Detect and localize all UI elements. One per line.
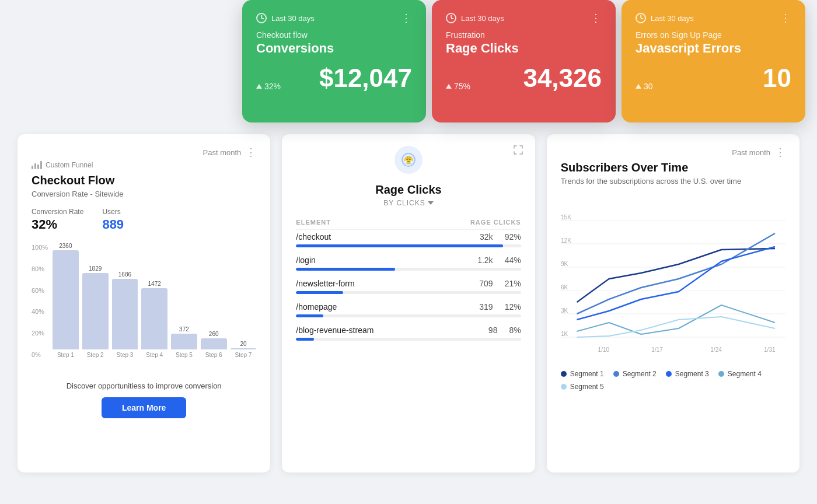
- legend-dot: [666, 371, 672, 377]
- rage-count: 98: [488, 326, 498, 335]
- panel-header: Past month ⋮: [32, 146, 256, 159]
- rage-pct: 21%: [505, 279, 521, 288]
- card-change: 32%: [256, 82, 281, 91]
- subscribers-title: Subscribers Over Time: [561, 161, 785, 174]
- rage-row: /login 1.2k 44%: [296, 256, 521, 271]
- clock-icon: [636, 13, 646, 23]
- card-header-left: Last 30 days: [446, 13, 504, 23]
- bar: [53, 250, 79, 349]
- card-header: Last 30 days ⋮: [446, 12, 602, 24]
- svg-text:3K: 3K: [561, 307, 568, 314]
- rage-count: 319: [479, 302, 493, 312]
- rage-count: 1.2k: [477, 256, 493, 265]
- users-metric: Users 889: [102, 208, 124, 232]
- rage-bar-track: [296, 268, 521, 271]
- card-change-value: 30: [644, 82, 653, 91]
- rage-icon-circle: 😤: [394, 146, 423, 174]
- checkout-panel-title: Checkout Flow: [32, 174, 256, 187]
- bar-group: 20Step 7: [231, 341, 257, 358]
- rage-panel-title: Rage Clicks: [296, 183, 521, 197]
- card-title: Javascript Errors: [636, 41, 791, 56]
- rage-count: 32k: [480, 232, 493, 242]
- card-value-row: 75% 34,326: [446, 65, 602, 91]
- rage-bar-fill: [296, 338, 314, 341]
- legend-label: Segment 4: [728, 370, 762, 378]
- card-title: Rage Clicks: [446, 41, 602, 56]
- by-clicks-filter[interactable]: BY CLICKS: [296, 199, 521, 207]
- bar-value-label: 1686: [118, 271, 131, 278]
- chart-legend: Segment 1 Segment 2 Segment 3 Segment 4 …: [561, 370, 785, 391]
- legend-item: Segment 4: [718, 370, 762, 378]
- more-options-icon[interactable]: ⋮: [591, 12, 602, 24]
- rage-clicks-panel: 😤 Rage Clicks BY CLICKS ELEMENT RAGE CLI…: [282, 134, 535, 473]
- conversion-rate-metric: Conversion Rate 32%: [32, 208, 83, 232]
- bar-group: 260Step 6: [201, 331, 227, 358]
- checkout-metrics-row: Conversion Rate 32% Users 889: [32, 208, 256, 232]
- users-label: Users: [102, 208, 124, 216]
- rage-right: 709 21%: [479, 279, 521, 288]
- card-change: 75%: [446, 82, 470, 91]
- rage-element-path: /checkout: [296, 232, 331, 242]
- panel-more-icon[interactable]: ⋮: [246, 146, 256, 159]
- svg-text:15K: 15K: [561, 214, 571, 221]
- rage-clicks-card: Last 30 days ⋮ Frustration Rage Clicks 7…: [432, 0, 616, 123]
- legend-dot: [561, 384, 567, 390]
- bar: [231, 348, 257, 349]
- legend-label: Segment 2: [623, 370, 657, 378]
- rage-bar-fill: [296, 314, 323, 317]
- rage-bar-track: [296, 338, 521, 341]
- more-options-icon[interactable]: ⋮: [780, 12, 791, 24]
- more-options-icon[interactable]: ⋮: [401, 12, 412, 24]
- bar-value-label: 1472: [148, 281, 161, 287]
- card-big-value: $12,047: [319, 65, 412, 91]
- legend-label: Segment 5: [570, 383, 604, 391]
- bar: [171, 334, 197, 349]
- legend-dot: [613, 371, 619, 377]
- rage-bar-track: [296, 314, 521, 317]
- arrow-up-icon: [446, 84, 452, 89]
- panel-icon-row: Custom Funnel: [32, 161, 256, 169]
- rage-row: /blog-revenue-stream 98 8%: [296, 326, 521, 341]
- bar-x-label: Step 7: [235, 352, 252, 358]
- checkout-panel-subtitle: Conversion Rate - Sitewide: [32, 190, 256, 198]
- card-big-value: 34,326: [523, 65, 602, 91]
- card-header-left: Last 30 days: [256, 13, 315, 23]
- cursor-icon: 😤: [401, 152, 416, 167]
- bar: [141, 288, 167, 349]
- legend-item: Segment 5: [561, 383, 604, 391]
- rage-pct: 8%: [509, 326, 521, 335]
- by-clicks-label: BY CLICKS: [383, 199, 425, 207]
- bar-value-label: 372: [179, 326, 189, 332]
- rage-pct: 12%: [505, 302, 521, 312]
- legend-label: Segment 1: [570, 370, 604, 378]
- bottom-panel-cards: Past month ⋮ Custom Funnel Checkout Flow…: [18, 134, 799, 473]
- fullscreen-icon[interactable]: [513, 145, 523, 155]
- learn-more-button[interactable]: Learn More: [102, 397, 186, 418]
- bar: [82, 273, 109, 349]
- funnel-bar-chart: 100% 80% 60% 40% 20% 0% 2360Step 11829St…: [32, 244, 256, 372]
- bar-x-label: Step 6: [205, 352, 222, 358]
- card-subtitle: Checkout flow: [256, 30, 412, 40]
- panel-more-icon[interactable]: ⋮: [775, 146, 785, 159]
- svg-text:😤: 😤: [404, 155, 414, 165]
- rage-row-data: /newsletter-form 709 21%: [296, 279, 521, 288]
- rage-bar-track: [296, 244, 521, 247]
- bar-group: 372Step 5: [171, 326, 197, 358]
- rage-bar-fill: [296, 268, 395, 271]
- rage-row: /homepage 319 12%: [296, 302, 521, 317]
- legend-item: Segment 2: [613, 370, 657, 378]
- card-header: Last 30 days ⋮: [636, 12, 791, 24]
- users-value: 889: [102, 217, 124, 232]
- panel-tag: Custom Funnel: [46, 161, 93, 169]
- clock-icon: [446, 13, 456, 23]
- bar-group: 1829Step 2: [82, 265, 109, 358]
- svg-text:1/24: 1/24: [710, 346, 722, 354]
- svg-text:1K: 1K: [561, 330, 568, 338]
- bar-value-label: 1829: [89, 265, 102, 272]
- clicks-col-header: RAGE CLICKS: [470, 219, 521, 226]
- svg-text:1/31: 1/31: [764, 346, 776, 354]
- card-change-value: 32%: [264, 82, 281, 91]
- rage-icon-area: 😤: [296, 146, 521, 177]
- bar-x-label: Step 5: [176, 352, 193, 358]
- bar-value-label: 260: [209, 331, 219, 337]
